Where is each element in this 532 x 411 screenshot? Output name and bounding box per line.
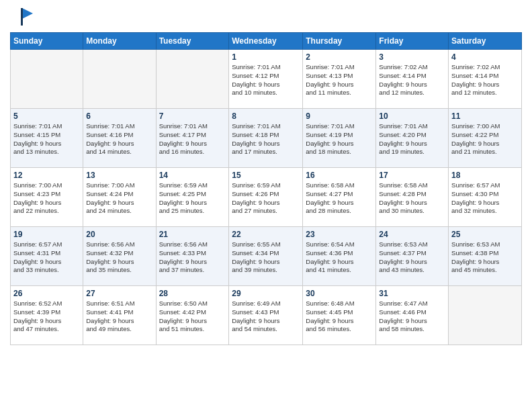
calendar-cell: 12Sunrise: 7:00 AM Sunset: 4:23 PM Dayli… xyxy=(11,168,83,227)
calendar-cell: 7Sunrise: 7:01 AM Sunset: 4:17 PM Daylig… xyxy=(156,109,229,168)
weekday-header-tuesday: Tuesday xyxy=(156,33,229,50)
calendar-cell: 20Sunrise: 6:56 AM Sunset: 4:32 PM Dayli… xyxy=(83,227,156,286)
day-number: 1 xyxy=(232,52,300,62)
calendar-cell: 29Sunrise: 6:49 AM Sunset: 4:43 PM Dayli… xyxy=(229,286,303,345)
day-number: 10 xyxy=(379,111,445,121)
day-number: 21 xyxy=(159,230,226,239)
day-number: 27 xyxy=(86,289,152,298)
day-info: Sunrise: 6:50 AM Sunset: 4:42 PM Dayligh… xyxy=(159,300,226,334)
day-number: 23 xyxy=(306,230,373,239)
day-info: Sunrise: 7:01 AM Sunset: 4:19 PM Dayligh… xyxy=(306,122,373,156)
day-info: Sunrise: 7:02 AM Sunset: 4:14 PM Dayligh… xyxy=(379,63,445,97)
day-number: 5 xyxy=(13,111,80,121)
calendar-cell: 31Sunrise: 6:47 AM Sunset: 4:46 PM Dayli… xyxy=(376,286,449,345)
day-number: 9 xyxy=(306,111,373,121)
logo-icon xyxy=(10,7,34,27)
week-row-4: 19Sunrise: 6:57 AM Sunset: 4:31 PM Dayli… xyxy=(11,227,522,286)
calendar-cell: 10Sunrise: 7:01 AM Sunset: 4:20 PM Dayli… xyxy=(376,109,449,168)
day-number: 28 xyxy=(159,289,226,298)
calendar-cell: 15Sunrise: 6:59 AM Sunset: 4:26 PM Dayli… xyxy=(229,168,303,227)
day-number: 18 xyxy=(451,171,519,180)
day-number: 6 xyxy=(86,111,152,121)
week-row-2: 5Sunrise: 7:01 AM Sunset: 4:15 PM Daylig… xyxy=(11,109,522,168)
calendar-cell: 4Sunrise: 7:02 AM Sunset: 4:14 PM Daylig… xyxy=(449,50,522,109)
calendar-cell: 14Sunrise: 6:59 AM Sunset: 4:25 PM Dayli… xyxy=(156,168,229,227)
calendar-cell: 1Sunrise: 7:01 AM Sunset: 4:12 PM Daylig… xyxy=(229,50,303,109)
calendar-cell: 6Sunrise: 7:01 AM Sunset: 4:16 PM Daylig… xyxy=(83,109,156,168)
day-number: 16 xyxy=(306,171,373,180)
day-number: 29 xyxy=(232,289,300,298)
day-number: 14 xyxy=(159,171,226,180)
day-number: 8 xyxy=(232,111,300,121)
day-number: 20 xyxy=(86,230,152,239)
day-info: Sunrise: 6:52 AM Sunset: 4:39 PM Dayligh… xyxy=(13,300,80,334)
weekday-header-saturday: Saturday xyxy=(449,33,522,50)
week-row-1: 1Sunrise: 7:01 AM Sunset: 4:12 PM Daylig… xyxy=(11,50,522,109)
week-row-5: 26Sunrise: 6:52 AM Sunset: 4:39 PM Dayli… xyxy=(11,286,522,345)
calendar-cell: 30Sunrise: 6:48 AM Sunset: 4:45 PM Dayli… xyxy=(303,286,376,345)
weekday-header-sunday: Sunday xyxy=(11,33,83,50)
day-info: Sunrise: 6:57 AM Sunset: 4:31 PM Dayligh… xyxy=(13,240,80,275)
day-number: 26 xyxy=(13,289,80,298)
calendar-cell: 5Sunrise: 7:01 AM Sunset: 4:15 PM Daylig… xyxy=(11,109,83,168)
calendar-cell xyxy=(11,50,83,109)
calendar-cell: 18Sunrise: 6:57 AM Sunset: 4:30 PM Dayli… xyxy=(449,168,522,227)
calendar-cell xyxy=(156,50,229,109)
day-info: Sunrise: 6:54 AM Sunset: 4:36 PM Dayligh… xyxy=(306,240,373,275)
calendar-cell: 26Sunrise: 6:52 AM Sunset: 4:39 PM Dayli… xyxy=(11,286,83,345)
day-info: Sunrise: 7:00 AM Sunset: 4:22 PM Dayligh… xyxy=(451,122,519,156)
page: SundayMondayTuesdayWednesdayThursdayFrid… xyxy=(0,0,532,411)
day-info: Sunrise: 7:00 AM Sunset: 4:24 PM Dayligh… xyxy=(86,181,152,216)
calendar-cell: 17Sunrise: 6:58 AM Sunset: 4:28 PM Dayli… xyxy=(376,168,449,227)
calendar-cell: 8Sunrise: 7:01 AM Sunset: 4:18 PM Daylig… xyxy=(229,109,303,168)
calendar-cell: 28Sunrise: 6:50 AM Sunset: 4:42 PM Dayli… xyxy=(156,286,229,345)
day-info: Sunrise: 6:56 AM Sunset: 4:32 PM Dayligh… xyxy=(86,240,152,275)
week-row-3: 12Sunrise: 7:00 AM Sunset: 4:23 PM Dayli… xyxy=(11,168,522,227)
calendar-cell: 23Sunrise: 6:54 AM Sunset: 4:36 PM Dayli… xyxy=(303,227,376,286)
day-info: Sunrise: 7:00 AM Sunset: 4:23 PM Dayligh… xyxy=(13,181,80,216)
day-number: 19 xyxy=(13,230,80,239)
day-number: 24 xyxy=(379,230,445,239)
day-info: Sunrise: 6:48 AM Sunset: 4:45 PM Dayligh… xyxy=(306,300,373,334)
day-info: Sunrise: 6:59 AM Sunset: 4:26 PM Dayligh… xyxy=(232,181,300,216)
day-info: Sunrise: 7:01 AM Sunset: 4:17 PM Dayligh… xyxy=(159,122,226,156)
calendar-cell: 22Sunrise: 6:55 AM Sunset: 4:34 PM Dayli… xyxy=(229,227,303,286)
calendar-cell: 21Sunrise: 6:56 AM Sunset: 4:33 PM Dayli… xyxy=(156,227,229,286)
weekday-header-monday: Monday xyxy=(83,33,156,50)
day-info: Sunrise: 6:58 AM Sunset: 4:27 PM Dayligh… xyxy=(306,181,373,216)
calendar-cell: 2Sunrise: 7:01 AM Sunset: 4:13 PM Daylig… xyxy=(303,50,376,109)
day-number: 30 xyxy=(306,289,373,298)
day-info: Sunrise: 6:53 AM Sunset: 4:38 PM Dayligh… xyxy=(451,240,519,275)
day-info: Sunrise: 7:01 AM Sunset: 4:20 PM Dayligh… xyxy=(379,122,445,156)
day-number: 15 xyxy=(232,171,300,180)
calendar-cell xyxy=(83,50,156,109)
day-info: Sunrise: 6:55 AM Sunset: 4:34 PM Dayligh… xyxy=(232,240,300,275)
day-number: 13 xyxy=(86,171,152,180)
day-info: Sunrise: 6:53 AM Sunset: 4:37 PM Dayligh… xyxy=(379,240,445,275)
calendar-cell: 11Sunrise: 7:00 AM Sunset: 4:22 PM Dayli… xyxy=(449,109,522,168)
calendar-cell: 16Sunrise: 6:58 AM Sunset: 4:27 PM Dayli… xyxy=(303,168,376,227)
day-info: Sunrise: 7:02 AM Sunset: 4:14 PM Dayligh… xyxy=(451,63,519,97)
day-info: Sunrise: 6:47 AM Sunset: 4:46 PM Dayligh… xyxy=(379,300,445,334)
day-number: 12 xyxy=(13,171,80,180)
day-number: 2 xyxy=(306,52,373,62)
logo xyxy=(10,7,37,27)
day-info: Sunrise: 7:01 AM Sunset: 4:13 PM Dayligh… xyxy=(306,63,373,97)
calendar-cell: 27Sunrise: 6:51 AM Sunset: 4:41 PM Dayli… xyxy=(83,286,156,345)
day-info: Sunrise: 6:58 AM Sunset: 4:28 PM Dayligh… xyxy=(379,181,445,216)
day-info: Sunrise: 7:01 AM Sunset: 4:18 PM Dayligh… xyxy=(232,122,300,156)
day-info: Sunrise: 7:01 AM Sunset: 4:12 PM Dayligh… xyxy=(232,63,300,97)
day-info: Sunrise: 7:01 AM Sunset: 4:16 PM Dayligh… xyxy=(86,122,152,156)
day-info: Sunrise: 6:51 AM Sunset: 4:41 PM Dayligh… xyxy=(86,300,152,334)
header xyxy=(10,7,522,27)
weekday-header-row: SundayMondayTuesdayWednesdayThursdayFrid… xyxy=(11,33,522,50)
calendar-cell: 24Sunrise: 6:53 AM Sunset: 4:37 PM Dayli… xyxy=(376,227,449,286)
day-info: Sunrise: 6:59 AM Sunset: 4:25 PM Dayligh… xyxy=(159,181,226,216)
day-number: 4 xyxy=(451,52,519,62)
weekday-header-wednesday: Wednesday xyxy=(229,33,303,50)
day-number: 7 xyxy=(159,111,226,121)
day-number: 3 xyxy=(379,52,445,62)
day-info: Sunrise: 6:57 AM Sunset: 4:30 PM Dayligh… xyxy=(451,181,519,216)
calendar-cell: 9Sunrise: 7:01 AM Sunset: 4:19 PM Daylig… xyxy=(303,109,376,168)
calendar-cell: 25Sunrise: 6:53 AM Sunset: 4:38 PM Dayli… xyxy=(449,227,522,286)
